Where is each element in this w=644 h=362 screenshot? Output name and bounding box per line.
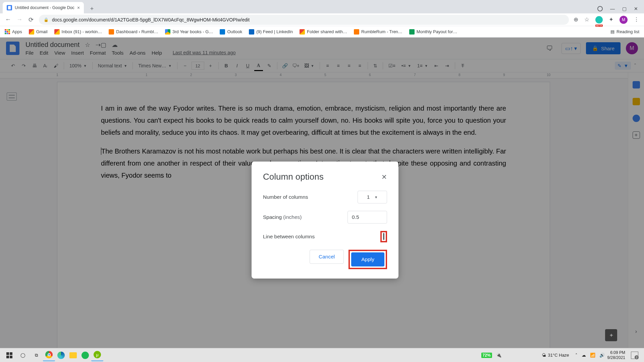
bookmark-star-icon[interactable]: ☆ <box>584 16 589 23</box>
profile-indicator-icon[interactable] <box>597 6 603 11</box>
drive-icon <box>165 29 170 35</box>
taskbar-app-chrome[interactable] <box>43 349 55 361</box>
bookmark-inbox[interactable]: Inbox (91) - workin… <box>54 29 102 35</box>
taskbar-app-spotify[interactable] <box>79 349 91 361</box>
line-between-label: Line between columns <box>263 234 315 240</box>
bookmark-linkedin[interactable]: (9) Feed | LinkedIn <box>249 29 293 35</box>
task-view-icon[interactable]: ⧉ <box>30 348 43 362</box>
weather-widget[interactable]: 🌤 31°C Haze <box>542 353 569 358</box>
line-between-checkbox[interactable] <box>383 233 384 240</box>
charging-icon: 🔌 <box>496 353 501 358</box>
lock-icon: 🔒 <box>44 17 49 22</box>
url-text: docs.google.com/document/d/1A2TGoEB-5pgB… <box>52 17 250 22</box>
window-controls: — ▢ ✕ <box>597 6 644 13</box>
notifications-icon[interactable] <box>628 348 641 362</box>
system-clock[interactable]: 6:09 PM 9/28/2021 <box>605 350 628 360</box>
browser-tab[interactable]: Untitled document - Google Doc × <box>3 2 84 13</box>
minimize-icon[interactable]: — <box>610 6 615 11</box>
dialog-close-icon[interactable]: ✕ <box>381 173 387 181</box>
bookmark-outlook[interactable]: Outlook <box>220 29 242 35</box>
reload-icon[interactable]: ⟳ <box>28 16 34 23</box>
reading-list-icon: ▤ <box>610 29 614 34</box>
search-icon[interactable]: ◯ <box>16 348 30 362</box>
linkedin-icon <box>249 29 254 35</box>
taskbar-app-utorrent[interactable]: μ <box>91 349 103 361</box>
gmail-icon <box>54 29 60 35</box>
weather-icon: 🌤 <box>542 353 546 358</box>
reading-list-button[interactable]: ▤Reading list <box>610 29 639 34</box>
svg-rect-3 <box>10 356 12 358</box>
bookmark-dashboard[interactable]: Dashboard ‹ Rumbl… <box>109 29 158 35</box>
bookmark-sheets[interactable]: Monthly Payout for… <box>409 29 457 35</box>
docs-favicon-icon <box>7 5 12 10</box>
url-input[interactable]: 🔒 docs.google.com/document/d/1A2TGoEB-5p… <box>39 15 569 25</box>
forward-icon[interactable]: → <box>16 16 23 23</box>
battery-indicator[interactable]: 72% <box>481 353 492 358</box>
num-columns-label: Number of columns <box>263 194 308 200</box>
profile-avatar-icon[interactable]: M <box>620 16 628 24</box>
svg-rect-1 <box>10 352 12 355</box>
spacing-label: Spacing (inches) <box>263 214 302 220</box>
annotation-highlight <box>380 231 387 242</box>
column-options-dialog: Column options ✕ Number of columns 1▼ Sp… <box>252 162 398 279</box>
back-icon[interactable]: ← <box>5 16 11 23</box>
browser-address-bar: ← → ⟳ 🔒 docs.google.com/document/d/1A2TG… <box>0 13 644 26</box>
svg-rect-0 <box>6 352 9 355</box>
annotation-highlight: Apply <box>348 250 387 269</box>
sheets-icon <box>409 29 415 35</box>
bookmark-drive[interactable]: 3rd Year books - G… <box>165 29 213 35</box>
close-window-icon[interactable]: ✕ <box>634 6 638 11</box>
new-tab-button[interactable]: + <box>87 4 97 13</box>
bookmark-rumblerum[interactable]: RumbleRum - Tren… <box>354 29 402 35</box>
tray-overflow-icon[interactable]: ˄ <box>575 353 578 358</box>
extension-beta-icon[interactable] <box>595 16 603 23</box>
wifi-icon[interactable]: 📶 <box>590 353 595 358</box>
cancel-button[interactable]: Cancel <box>310 250 344 264</box>
site-icon <box>354 29 359 35</box>
site-icon <box>109 29 114 35</box>
apply-button[interactable]: Apply <box>351 252 384 266</box>
windows-taskbar: ◯ ⧉ μ 72% 🔌 🌤 31°C Haze ˄ ☁ 📶 🔊 6:09 PM … <box>0 348 644 362</box>
num-columns-dropdown[interactable]: 1▼ <box>358 191 387 203</box>
chrome-menu-icon[interactable]: ⋮ <box>634 16 639 23</box>
extensions-icon[interactable]: ✦ <box>609 16 613 23</box>
start-button-icon[interactable] <box>3 348 16 362</box>
zoom-icon[interactable]: ⊕ <box>574 16 578 23</box>
apps-grid-icon <box>5 29 10 35</box>
browser-tabstrip: Untitled document - Google Doc × + — ▢ ✕ <box>0 0 644 13</box>
gmail-icon <box>29 29 34 35</box>
dialog-title: Column options <box>263 172 324 182</box>
tab-close-icon[interactable]: × <box>77 5 80 10</box>
maximize-icon[interactable]: ▢ <box>622 6 627 11</box>
tab-title: Untitled document - Google Doc <box>15 5 74 10</box>
spacing-input[interactable]: 0.5 <box>347 211 387 224</box>
onedrive-icon[interactable]: ☁ <box>582 353 586 358</box>
svg-rect-2 <box>6 356 9 358</box>
taskbar-app-explorer[interactable] <box>67 349 79 361</box>
bookmark-apps[interactable]: Apps <box>5 29 22 35</box>
volume-icon[interactable]: 🔊 <box>599 353 605 358</box>
bookmark-gmail[interactable]: Gmail <box>29 29 48 35</box>
bookmarks-bar: Apps Gmail Inbox (91) - workin… Dashboar… <box>0 26 644 38</box>
gmail-icon <box>300 29 305 35</box>
bookmark-folder[interactable]: Folder shared with… <box>300 29 347 35</box>
taskbar-app-edge[interactable] <box>55 349 67 361</box>
chevron-down-icon: ▼ <box>374 195 378 199</box>
outlook-icon <box>220 29 225 35</box>
